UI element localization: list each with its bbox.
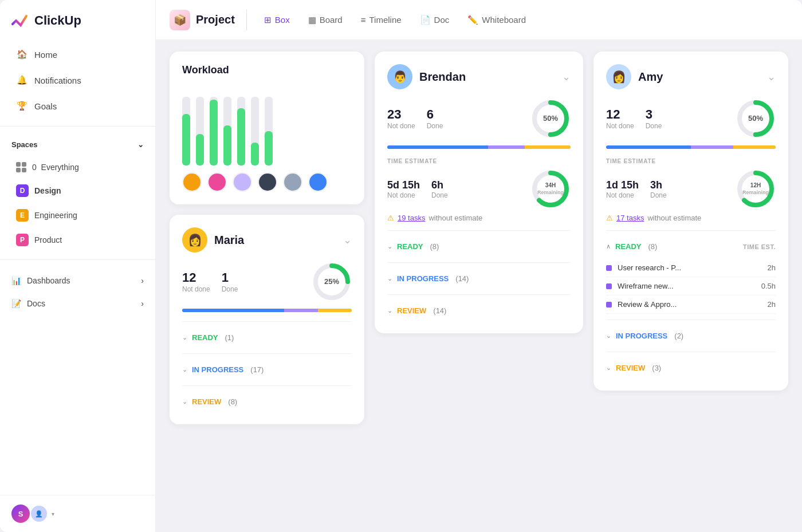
chevron-down-icon[interactable]: ⌄ xyxy=(767,70,776,83)
bar-group-4 xyxy=(223,85,231,165)
chevron-down-icon[interactable]: ⌄ xyxy=(343,234,352,246)
sidebar-item-goals[interactable]: 🏆 Goals xyxy=(5,93,151,119)
sidebar-label-design: Design xyxy=(34,186,61,195)
user-avatar-s: S xyxy=(11,505,30,523)
workload-title: Workload xyxy=(182,64,352,76)
amy-name: Amy xyxy=(638,70,663,84)
left-column: Workload xyxy=(170,52,364,424)
project-section: 📦 Project xyxy=(170,10,247,30)
amy-status-inprogress[interactable]: ⌄ IN PROGRESS (2) xyxy=(606,326,776,346)
maria-status-review[interactable]: ⌄ REVIEW (8) xyxy=(182,392,352,412)
chart-avatar-6[interactable] xyxy=(308,172,328,192)
chevron-right-icon: › xyxy=(141,299,144,308)
chevron-right-icon: › xyxy=(141,276,144,285)
chevron-down-icon[interactable]: ▾ xyxy=(52,511,54,517)
sidebar: ClickUp 🏠 Home 🔔 Notifications 🏆 Goals S… xyxy=(0,0,156,532)
bell-icon: 🔔 xyxy=(16,74,27,86)
brendan-not-done-count: 23 xyxy=(387,107,415,122)
brendan-status-inprogress[interactable]: ⌄ IN PROGRESS (14) xyxy=(387,269,571,289)
chart-avatar-4[interactable] xyxy=(258,172,277,192)
amy-status-ready[interactable]: ∧ READY (8) TIME EST. xyxy=(606,237,776,257)
brendan-time-not-done-label: Not done xyxy=(387,191,420,199)
sidebar-item-engineering[interactable]: E Engineering xyxy=(5,203,151,227)
spaces-list: 0 Everything D Design E Engineering P Pr… xyxy=(0,153,155,255)
brendan-name: Brendan xyxy=(419,70,466,84)
task-dot xyxy=(606,302,612,308)
box-icon: ⊞ xyxy=(264,15,272,25)
maria-card: 👩 Maria ⌄ 12 Not done 1 Done xyxy=(170,215,364,424)
maria-not-done-label: Not done xyxy=(182,285,210,293)
sidebar-item-dashboards[interactable]: 📊 Dashboards › xyxy=(0,269,155,292)
inprogress-label: IN PROGRESS xyxy=(192,365,243,374)
chart-avatar-2[interactable] xyxy=(207,172,227,192)
sidebar-nav: 🏠 Home 🔔 Notifications 🏆 Goals xyxy=(0,39,155,121)
amy-status-review[interactable]: ⌄ REVIEW (3) xyxy=(606,358,776,378)
brendan-percent-label: 50% xyxy=(543,114,558,123)
task-name: Review & Appro... xyxy=(618,300,768,309)
task-row-1[interactable]: User research - P... 2h xyxy=(606,259,776,277)
project-title: Project xyxy=(196,13,235,26)
amy-remaining-label: 12H Remaining xyxy=(742,182,769,196)
brendan-status-ready[interactable]: ⌄ READY (8) xyxy=(387,237,571,257)
bar-group-2 xyxy=(196,85,204,165)
brendan-avatar: 👨 xyxy=(387,64,412,89)
maria-stats: 12 Not done 1 Done 25% xyxy=(182,262,352,302)
review-count: (8) xyxy=(228,397,237,406)
chevron-icon: ⌄ xyxy=(387,275,392,282)
maria-progress-bar xyxy=(182,309,352,312)
tab-board[interactable]: ▦ Board xyxy=(300,10,351,30)
design-dot: D xyxy=(16,184,29,197)
chart-avatar-5[interactable] xyxy=(283,172,302,192)
task-row-2[interactable]: Wireframe new... 0.5h xyxy=(606,277,776,295)
maria-header: 👩 Maria ⌄ xyxy=(182,227,352,253)
goals-icon: 🏆 xyxy=(16,100,27,112)
sidebar-item-design[interactable]: D Design xyxy=(5,179,151,203)
amy-time-done: 3h xyxy=(650,179,667,191)
amy-done-count: 3 xyxy=(646,107,662,122)
inprogress-label: IN PROGRESS xyxy=(616,332,667,340)
brendan-remaining-label: 34H Remaining xyxy=(537,182,564,196)
task-name: Wireframe new... xyxy=(618,282,761,290)
task-time: 2h xyxy=(768,263,776,272)
chevron-icon: ⌄ xyxy=(606,364,611,372)
bar-group-3 xyxy=(210,85,218,165)
clickup-logo-icon xyxy=(11,11,30,30)
tasks-warning-link[interactable]: 19 tasks xyxy=(398,214,425,222)
chevron-down-icon[interactable]: ⌄ xyxy=(137,140,144,149)
sidebar-item-notifications[interactable]: 🔔 Notifications xyxy=(5,68,151,93)
sidebar-item-everything[interactable]: 0 Everything xyxy=(5,156,151,178)
chart-avatar-3[interactable] xyxy=(233,172,252,192)
sidebar-item-home[interactable]: 🏠 Home xyxy=(5,42,151,67)
task-time: 2h xyxy=(768,300,776,309)
task-name: User research - P... xyxy=(618,263,768,272)
review-label: REVIEW xyxy=(192,397,221,406)
tab-doc[interactable]: 📄 Doc xyxy=(412,10,458,30)
tab-whiteboard[interactable]: ✏️ Whiteboard xyxy=(459,10,534,30)
sidebar-item-docs[interactable]: 📝 Docs › xyxy=(0,292,155,315)
maria-status-inprogress[interactable]: ⌄ IN PROGRESS (17) xyxy=(182,360,352,380)
dashboards-icon: 📊 xyxy=(11,276,21,285)
chevron-icon: ⌄ xyxy=(387,243,392,250)
amy-progress-bar xyxy=(606,145,776,149)
brendan-header: 👨 Brendan ⌄ xyxy=(387,64,571,89)
maria-status-ready[interactable]: ⌄ READY (1) xyxy=(182,328,352,348)
chart-avatar-1[interactable] xyxy=(182,172,202,192)
review-count: (14) xyxy=(433,306,446,315)
sidebar-item-label: Goals xyxy=(34,101,57,111)
task-row-3[interactable]: Review & Appro... 2h xyxy=(606,295,776,314)
chevron-down-icon[interactable]: ⌄ xyxy=(562,70,571,83)
sidebar-label-everything: 0 Everything xyxy=(32,163,79,172)
sidebar-item-product[interactable]: P Product xyxy=(5,228,151,252)
amy-time-not-done: 1d 15h xyxy=(606,179,639,191)
doc-icon: 📄 xyxy=(420,15,431,25)
chevron-icon: ⌄ xyxy=(182,334,187,341)
amy-done-label: Done xyxy=(646,122,662,130)
brendan-status-review[interactable]: ⌄ REVIEW (14) xyxy=(387,301,571,321)
maria-percent-label: 25% xyxy=(324,277,339,286)
amy-time-not-done-label: Not done xyxy=(606,191,639,199)
brendan-donut: 50% xyxy=(530,98,571,139)
tab-timeline[interactable]: ≡ Timeline xyxy=(353,10,410,29)
tab-box[interactable]: ⊞ Box xyxy=(256,10,298,30)
amy-remaining-donut: 12H Remaining xyxy=(736,169,776,209)
tasks-warning-link[interactable]: 17 tasks xyxy=(616,214,644,222)
